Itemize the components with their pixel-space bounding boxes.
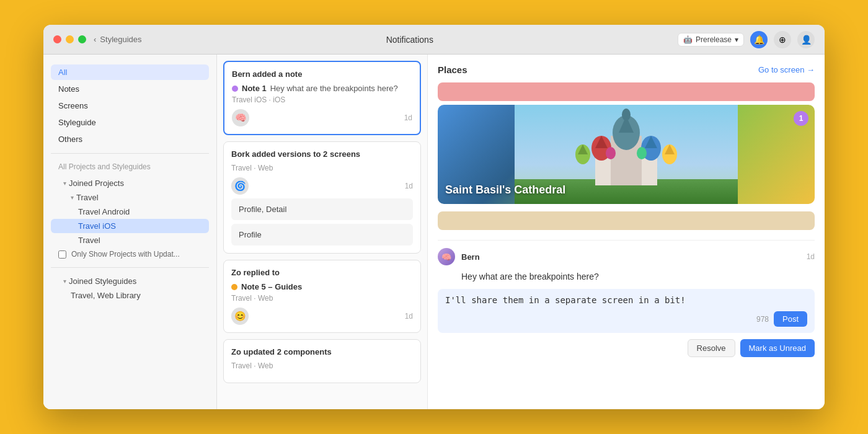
chevron-down-icon: ▾ — [735, 35, 738, 44]
travel-android-item[interactable]: Travel Android — [51, 205, 209, 219]
nav-back-label: Styleguides — [100, 35, 141, 44]
comment-time: 1d — [807, 252, 815, 261]
chevron-left-icon: ‹ — [94, 35, 96, 44]
comment-user: Bern — [461, 252, 800, 262]
caret-down-icon: ▾ — [63, 180, 66, 187]
notification-card-3[interactable]: Zo replied to Note 5 – Guides Travel · W… — [223, 260, 421, 333]
comment-header: 🧠 Bern 1d — [438, 248, 815, 265]
window-title: Notifications — [142, 35, 678, 45]
checkbox-label: Only Show Projects with Updat... — [71, 250, 180, 259]
notif-title-4: Zo updated 2 components — [231, 347, 413, 356]
notification-card-4[interactable]: Zo updated 2 components Travel · Web — [223, 339, 421, 383]
notif-path-2: Travel · Web — [231, 164, 413, 172]
right-detail-panel: Places Go to screen → — [428, 55, 825, 409]
action-buttons: Resolve Mark as Unread — [438, 339, 815, 357]
titlebar-actions: 🤖 Prerelease ▾ 🔔 ⊕ 👤 — [678, 31, 815, 48]
mark-as-unread-button[interactable]: Mark as Unread — [740, 339, 815, 357]
caret-down-icon3: ▾ — [63, 278, 66, 285]
projects-with-updates-checkbox[interactable] — [58, 250, 66, 259]
screen-item-profile-detail: Profile, Detail — [231, 198, 413, 220]
sidebar-divider2 — [51, 267, 209, 268]
svg-point-6 — [622, 108, 631, 121]
note-dot-purple — [232, 86, 238, 92]
note-dot-orange — [231, 284, 237, 290]
comment-section: 🧠 Bern 1d Hey what are the breakpoints h… — [438, 240, 815, 357]
notif-title-3: Zo replied to — [231, 268, 413, 277]
screen-item-profile: Profile — [231, 224, 413, 246]
sidebar-item-screens[interactable]: Screens — [51, 98, 209, 113]
note-row-1: Note 1 Hey what are the breakpoints here… — [232, 84, 412, 93]
bern-avatar: 🧠 — [438, 248, 455, 265]
main-content: All Notes Screens Styleguide Others All … — [43, 55, 825, 409]
svg-point-16 — [637, 147, 647, 159]
notif-path-3: Travel · Web — [231, 294, 413, 303]
reply-input[interactable] — [445, 295, 807, 305]
joined-styleguides-header[interactable]: ▾ Joined Styleguides — [51, 274, 209, 288]
sidebar: All Notes Screens Styleguide Others All … — [43, 55, 217, 409]
prerelease-label: Prerelease — [696, 35, 732, 44]
nav-back[interactable]: ‹ Styleguides — [94, 35, 142, 44]
maximize-button[interactable] — [78, 35, 86, 43]
notif-title-1: Bern added a note — [232, 69, 412, 79]
sidebar-item-notes[interactable]: Notes — [51, 81, 209, 97]
comment-text: Hey what are the breakpoints here? — [438, 272, 815, 281]
filter-checkbox-row: Only Show Projects with Updat... — [51, 247, 209, 261]
char-count: 978 — [756, 315, 769, 324]
travel-web-library-item[interactable]: Travel, Web Library — [51, 288, 209, 303]
notification-card-1[interactable]: Bern added a note Note 1 Hey what are th… — [223, 61, 421, 135]
cathedral-image-container[interactable]: Saint Basil's Cathedral 1 — [438, 105, 815, 204]
note-id-3: Note 5 – Guides — [241, 282, 302, 291]
note-id-1: Note 1 — [242, 84, 267, 93]
reply-input-container[interactable]: 978 Post — [438, 289, 815, 333]
sidebar-item-styleguide[interactable]: Styleguide — [51, 115, 209, 130]
sidebar-divider — [51, 153, 209, 154]
avatar-zo: 😊 — [231, 308, 249, 325]
note-row-3: Note 5 – Guides — [231, 282, 413, 291]
notifications-panel: Bern added a note Note 1 Hey what are th… — [217, 55, 428, 409]
svg-point-15 — [606, 147, 616, 159]
close-button[interactable] — [53, 35, 61, 43]
place-notification-badge: 1 — [794, 111, 808, 126]
go-to-screen-link[interactable]: Go to screen → — [758, 65, 815, 74]
joined-projects-header[interactable]: ▾ Joined Projects — [51, 176, 209, 190]
notif-path-1: Travel iOS · iOS — [232, 95, 412, 104]
sidebar-item-all[interactable]: All — [51, 64, 209, 80]
notif-time-3: 1d — [405, 312, 413, 321]
notif-time-2: 1d — [405, 182, 413, 190]
avatar-icon[interactable]: 👤 — [797, 31, 815, 48]
avatar-bork: 🌀 — [231, 177, 249, 195]
minimize-button[interactable] — [66, 35, 74, 43]
note-desc-1: Hey what are the breakpoints here? — [270, 84, 398, 93]
all-projects-title: All Projects and Styleguides — [51, 160, 209, 174]
main-window: ‹ Styleguides Notifications 🤖 Prerelease… — [43, 25, 825, 409]
traffic-lights — [53, 35, 86, 43]
caret-down-icon2: ▾ — [71, 194, 74, 201]
notif-path-4: Travel · Web — [231, 361, 413, 370]
titlebar: ‹ Styleguides Notifications 🤖 Prerelease… — [43, 25, 825, 55]
place-bar-pink — [438, 82, 815, 101]
prerelease-button[interactable]: 🤖 Prerelease ▾ — [678, 33, 744, 46]
notification-card-2[interactable]: Bork added versions to 2 screens Travel … — [223, 141, 421, 254]
notifications-bell-icon[interactable]: 🔔 — [750, 31, 768, 48]
panel-header: Places Go to screen → — [438, 64, 815, 75]
travel-project[interactable]: ▾ Travel — [51, 190, 209, 205]
notif-time-1: 1d — [404, 113, 412, 122]
notif-footer-3: 😊 1d — [231, 308, 413, 325]
resolve-button[interactable]: Resolve — [688, 339, 735, 357]
notif-footer-2: 🌀 1d — [231, 177, 413, 195]
notif-title-2: Bork added versions to 2 screens — [231, 149, 413, 159]
travel-item[interactable]: Travel — [51, 233, 209, 247]
place-bar-sand — [438, 211, 815, 230]
places-title: Places — [438, 64, 467, 75]
post-button[interactable]: Post — [774, 311, 807, 327]
notif-footer-1: 🧠 1d — [232, 109, 412, 126]
places-grid: Saint Basil's Cathedral 1 — [438, 82, 815, 230]
reply-footer: 978 Post — [445, 311, 807, 327]
sidebar-item-others[interactable]: Others — [51, 131, 209, 147]
avatar-bern: 🧠 — [232, 109, 249, 126]
help-icon[interactable]: ⊕ — [774, 31, 791, 48]
cathedral-label: Saint Basil's Cathedral — [445, 184, 565, 197]
prerelease-icon: 🤖 — [683, 35, 693, 44]
travel-ios-item[interactable]: Travel iOS — [51, 219, 209, 233]
